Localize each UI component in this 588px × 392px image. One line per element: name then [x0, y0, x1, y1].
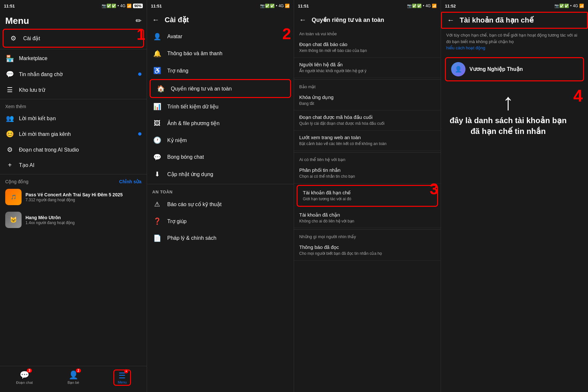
nav-chats[interactable]: 💬 3 Đoạn chat	[0, 370, 49, 385]
up-arrow-icon: ↑	[502, 90, 514, 113]
community-item-1[interactable]: 🎵 Pass Vé Concert Anh Trai Say Hi Đêm 5 …	[0, 186, 147, 208]
status-time-1: 11:51	[4, 4, 15, 8]
nav-menu[interactable]: ☰ • Menu	[98, 369, 147, 386]
settings-header: ← Cài đặt	[147, 12, 294, 28]
avatar-label: Avatar	[167, 34, 182, 40]
read-receipts-title: Thông báo đã đọc	[299, 244, 435, 250]
legal-item[interactable]: 📄 Pháp lý & chính sách	[147, 230, 294, 247]
panel-menu: 11:51 📷✅✅ • 4G 📶 90% Menu ✏ ⚙ Cài đặt 1 …	[0, 0, 147, 392]
back-button-4[interactable]: ←	[447, 16, 454, 24]
status-icons-4: 📷✅✅ • 4G 📶	[554, 4, 584, 8]
status-icons-2: 📷✅✅ • 4G 📶	[260, 4, 290, 8]
avatar-icon: 👤	[152, 33, 162, 41]
back-button-2[interactable]: ←	[152, 16, 159, 24]
channel-invites-item[interactable]: 😊 Lời mời tham gia kênh	[0, 126, 147, 142]
privacy-content: An toàn và vui khỏe Đoạn chat đã báo cáo…	[294, 28, 441, 392]
app-update-item[interactable]: ⬇ Cập nhật ứng dụng	[147, 166, 294, 183]
nav-friends-label: Bạn bè	[68, 381, 79, 385]
channel-icon: 😊	[5, 130, 14, 138]
media-icon: 🖼	[152, 120, 162, 127]
help-item[interactable]: ❓ Trợ giúp	[147, 213, 294, 230]
chat-bubbles-item[interactable]: 💬 Bong bóng chat	[147, 149, 294, 166]
nav-friends[interactable]: 👤 2 Bạn bè	[49, 370, 98, 385]
bug-report-item[interactable]: ⚠ Báo cáo sự cố kỹ thuật	[147, 196, 294, 213]
annotation-text: đây là danh sách tài khoản bạn đã hạn ch…	[446, 115, 570, 137]
settings-title: Cài đặt	[165, 16, 189, 24]
marketplace-item[interactable]: 🏪 Marketplace	[0, 51, 147, 66]
red-number-3: 3	[430, 181, 438, 197]
e2e-sub: Quản lý cài đặt đoạn chat được mã hóa đầ…	[299, 121, 435, 126]
media-item[interactable]: 🖼 Ảnh & file phương tiện	[147, 115, 294, 132]
reported-chats-item[interactable]: Đoạn chat đã báo cáo Xem thông tin mới v…	[294, 38, 441, 58]
battery-1: 90%	[133, 4, 143, 8]
community-section-header: Cộng đồng Chỉnh sửa	[0, 176, 147, 186]
memories-icon: 🕐	[152, 136, 162, 144]
restricted-user-card[interactable]: 👤 Vương Nghiệp Thuận	[445, 57, 584, 81]
app-lock-item[interactable]: Khóa ứng dụng Đang tắt	[294, 90, 441, 111]
community-name-2: Hang Mèo Utrôn	[25, 215, 141, 220]
friend-requests-item[interactable]: 👥 Lời mời kết bạn	[0, 110, 147, 126]
blocked-accounts-sub: Không cho ai đó liên hệ với bạn	[299, 219, 435, 224]
community-item-2[interactable]: 🐱 Hang Mèo Utrôn 1.4xx người đang hoạt đ…	[0, 208, 147, 231]
community-name-1: Pass Vé Concert Anh Trai Say Hi Đêm 5 20…	[25, 192, 141, 198]
notifications-item[interactable]: 🔔 Thông báo và âm thanh	[147, 45, 294, 62]
community-sub-1: 7.312 người đang hoạt động	[25, 198, 141, 202]
message-delivery-sub: Chọn ai có thể nhắn tin cho bạn	[299, 174, 435, 179]
red-number-2: 2	[282, 28, 291, 43]
menu-nav-icon: ☰ •	[119, 371, 126, 380]
panel-restricted: 11:52 📷✅✅ • 4G 📶 ← Tài khoản đã hạn chế …	[441, 0, 588, 392]
channel-invites-label: Lời mời tham gia kênh	[19, 131, 71, 137]
status-icons-3: 📷✅✅ • 4G 📶	[407, 4, 437, 8]
create-ai-item[interactable]: + Tạo AI	[0, 157, 147, 173]
status-bar-3: 11:51 📷✅✅ • 4G 📶	[294, 0, 441, 12]
message-delivery-item[interactable]: Phân phối tin nhắn Chọn ai có thể nhắn t…	[294, 163, 441, 184]
avatar-item[interactable]: 👤 Avatar	[147, 28, 294, 45]
accessibility-item[interactable]: ♿ Trợ năng	[147, 62, 294, 79]
settings-content: 2 👤 Avatar 🔔 Thông báo và âm thanh ♿ Trợ…	[147, 28, 294, 392]
data-saver-label: Trình tiết kiệm dữ liệu	[167, 104, 219, 110]
e2e-title: Đoạn chat được mã hóa đầu cuối	[299, 114, 435, 120]
privacy-item[interactable]: 🏠 Quyền riêng tư và an toàn	[151, 80, 290, 97]
nav-chats-label: Đoạn chat	[16, 381, 33, 385]
app-update-label: Cập nhật ứng dụng	[167, 171, 213, 177]
status-time-2: 11:51	[151, 4, 162, 8]
download-icon: ⬇	[152, 170, 162, 178]
back-button-3[interactable]: ←	[299, 16, 306, 24]
community-label: Cộng đồng	[5, 179, 28, 184]
memories-item[interactable]: 🕐 Kỷ niệm	[147, 132, 294, 149]
ai-studio-item[interactable]: ⚙ Đoạn chat trong AI Studio	[0, 142, 147, 157]
arrow-area: ↑	[446, 90, 570, 113]
pending-messages-item[interactable]: 💬 Tin nhắn đang chờ	[0, 66, 147, 82]
chat-icon: 💬	[5, 70, 14, 78]
settings-menu-item[interactable]: ⚙ Cài đặt	[4, 30, 143, 47]
privacy-label: Quyền riêng tư và an toàn	[171, 86, 232, 92]
menu-title: Menu	[5, 16, 29, 26]
community-edit[interactable]: Chỉnh sửa	[119, 179, 141, 184]
read-receipts-item[interactable]: Thông báo đã đọc Cho mọi người biết bạn …	[294, 240, 441, 261]
divider-3	[0, 174, 147, 174]
marketplace-icon: 🏪	[5, 55, 14, 62]
notification-dot	[138, 73, 141, 76]
data-saver-item[interactable]: 📊 Trình tiết kiệm dữ liệu	[147, 98, 294, 115]
hidden-contacts-item[interactable]: Người liên hệ đã ẩn Ẩn người khác khỏi n…	[294, 58, 441, 78]
legal-label: Pháp lý & chính sách	[167, 235, 216, 241]
restricted-accounts-highlight: Tài khoản đã hạn chế Giới hạn tương tác …	[297, 185, 438, 207]
panel-settings: 11:51 📷✅✅ • 4G 📶 ← Cài đặt 2 👤 Avatar 🔔 …	[147, 0, 294, 392]
restricted-header-row: ← Tài khoản đã hạn chế	[442, 13, 587, 28]
panel-privacy: 11:51 📷✅✅ • 4G 📶 ← Quyền riêng tư và an …	[294, 0, 441, 392]
restricted-accounts-item[interactable]: Tài khoản đã hạn chế Giới hạn tương tác …	[298, 186, 437, 206]
community-info-1: Pass Vé Concert Anh Trai Say Hi Đêm 5 20…	[25, 192, 141, 202]
bug-report-label: Báo cáo sự cố kỹ thuật	[167, 201, 221, 207]
community-info-2: Hang Mèo Utrôn 1.4xx người đang hoạt độn…	[25, 215, 141, 225]
safe-browsing-item[interactable]: Lướt xem trang web an toàn Bật cảnh báo …	[294, 131, 441, 151]
learn-more-link[interactable]: hiểu cách hoạt động	[446, 45, 485, 50]
archive-item[interactable]: ☰ Kho lưu trữ	[0, 82, 147, 98]
compose-icon[interactable]: ✏	[136, 17, 141, 25]
restricted-title-box: ← Tài khoản đã hạn chế	[441, 12, 588, 29]
blocked-accounts-item[interactable]: Tài khoản đã chặn Không cho ai đó liên h…	[294, 208, 441, 228]
app-lock-title: Khóa ứng dụng	[299, 94, 435, 100]
divider-1	[0, 49, 147, 49]
divider-p2	[147, 184, 294, 184]
reported-chats-title: Đoạn chat đã báo cáo	[299, 41, 435, 47]
e2e-encryption-item[interactable]: Đoạn chat được mã hóa đầu cuối Quản lý c…	[294, 110, 441, 131]
